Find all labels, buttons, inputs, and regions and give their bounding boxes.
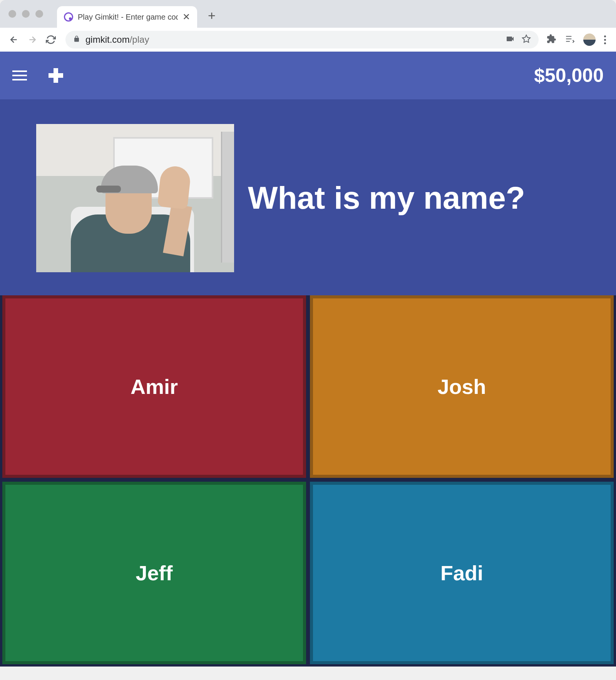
- url-path: /play: [130, 34, 149, 45]
- address-bar[interactable]: gimkit.com/play: [65, 31, 539, 49]
- menu-icon[interactable]: [12, 70, 27, 80]
- browser-tab[interactable]: Play Gimkit! - Enter game code ✕: [57, 6, 197, 28]
- browser-toolbar: gimkit.com/play: [0, 28, 616, 52]
- new-tab-button[interactable]: +: [208, 8, 216, 23]
- close-window-button[interactable]: [8, 10, 16, 18]
- game-viewport: $50,000 What is my name? Amir Josh Jeff …: [0, 52, 616, 667]
- answer-label: Josh: [437, 375, 486, 399]
- gimkit-favicon: [64, 12, 73, 22]
- money-display: $50,000: [534, 64, 604, 87]
- camera-icon[interactable]: [506, 34, 515, 45]
- answer-option-3[interactable]: Jeff: [2, 482, 306, 664]
- reading-list-icon[interactable]: [565, 34, 575, 45]
- reload-button[interactable]: [44, 33, 58, 47]
- lock-icon: [73, 35, 80, 44]
- question-area: What is my name?: [0, 99, 616, 295]
- tab-bar: Play Gimkit! - Enter game code ✕ +: [0, 0, 616, 28]
- question-text: What is my name?: [248, 181, 525, 215]
- answer-label: Fadi: [440, 561, 483, 585]
- svg-marker-0: [522, 35, 530, 42]
- url-text: gimkit.com/play: [85, 34, 149, 45]
- bookmark-star-icon[interactable]: [522, 34, 531, 45]
- answer-label: Jeff: [136, 561, 172, 585]
- forward-button[interactable]: [25, 33, 39, 47]
- answer-option-2[interactable]: Josh: [310, 295, 614, 478]
- url-domain: gimkit.com: [85, 34, 130, 45]
- answer-option-4[interactable]: Fadi: [310, 482, 614, 664]
- close-tab-icon[interactable]: ✕: [182, 12, 190, 22]
- minimize-window-button[interactable]: [22, 10, 30, 18]
- answer-option-1[interactable]: Amir: [2, 295, 306, 478]
- url-actions: [506, 34, 531, 45]
- browser-chrome: Play Gimkit! - Enter game code ✕ + gimki…: [0, 0, 616, 52]
- answers-grid: Amir Josh Jeff Fadi: [0, 295, 616, 667]
- browser-menu-icon[interactable]: [604, 35, 606, 44]
- toolbar-right: [546, 33, 609, 46]
- maximize-window-button[interactable]: [35, 10, 43, 18]
- question-image: [36, 124, 234, 272]
- back-button[interactable]: [7, 33, 21, 47]
- extensions-icon[interactable]: [546, 34, 556, 45]
- game-header: $50,000: [0, 52, 616, 99]
- window-controls: [8, 10, 43, 18]
- answer-label: Amir: [131, 375, 178, 399]
- tab-title: Play Gimkit! - Enter game code: [78, 13, 178, 22]
- profile-avatar[interactable]: [583, 33, 596, 46]
- dpad-icon[interactable]: [49, 68, 63, 83]
